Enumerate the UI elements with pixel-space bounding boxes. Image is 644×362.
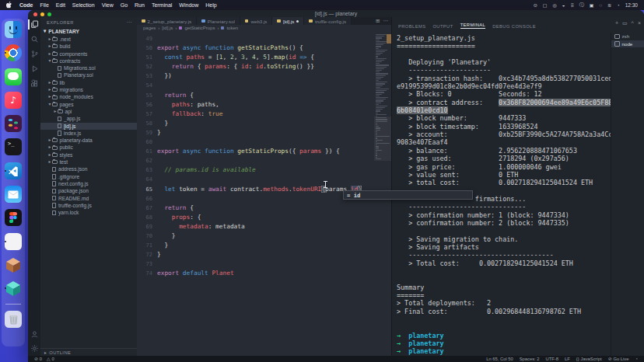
account-icon[interactable] — [28, 329, 40, 339]
tree-item-next.config.js[interactable]: next.config.js — [40, 180, 137, 187]
tree-item-.next[interactable]: ▸.next — [40, 36, 137, 43]
status-right-item-JavaScript[interactable]: {}JavaScript — [576, 357, 602, 361]
tree-item-planetary-data[interactable]: ▸planetary-data — [40, 137, 137, 144]
tree-item-package.json[interactable]: package.json — [40, 187, 137, 194]
tree-item-node_modules[interactable]: ▸node_modules — [40, 93, 137, 100]
activity-run-debug-icon[interactable] — [28, 64, 40, 74]
apple-menu-icon[interactable] — [6, 2, 12, 9]
tab-[id].js[interactable]: [id].js — [272, 17, 304, 25]
panel-tab-terminal[interactable]: TERMINAL — [460, 23, 486, 30]
titlebar[interactable]: [id].js — planetary — [28, 10, 644, 17]
menu-status-icon-8[interactable]: ≋ — [607, 2, 611, 8]
panel-tab-output[interactable]: OUTPUT — [432, 24, 453, 29]
activity-explorer-icon[interactable] — [28, 19, 40, 30]
figma-dock-icon[interactable] — [5, 209, 22, 226]
status-right-item-LF[interactable]: LF — [565, 357, 570, 361]
terminal-dock-icon[interactable]: >_ — [5, 138, 22, 155]
music-dock-icon[interactable]: ♪ — [5, 92, 22, 109]
session-item-zsh[interactable]: zsh — [611, 33, 644, 40]
panel-action-icon-0[interactable]: + — [615, 20, 618, 26]
panel-tab-problems[interactable]: PROBLEMS — [398, 24, 425, 29]
explorer-root-folder[interactable]: ▾ PLANETARY — [40, 27, 137, 36]
menu-item-help[interactable]: Help — [205, 2, 216, 8]
menu-status-icon-9[interactable]: ◔ — [617, 3, 620, 8]
menu-item-run[interactable]: Run — [135, 2, 145, 8]
messages-dock-icon[interactable] — [5, 68, 22, 85]
tab-2_setup_planetary.js[interactable]: 2_setup_planetary.js — [137, 17, 197, 25]
tree-item-lib[interactable]: ▸lib — [40, 79, 137, 86]
tree-item-truffle-config.js[interactable]: truffle-config.js — [40, 202, 137, 209]
panel-action-icon-1[interactable]: ▭ — [622, 20, 628, 26]
tab-Planetary.sol[interactable]: Planetary.sol — [197, 17, 240, 25]
tree-item-.gitignore[interactable]: .gitignore — [40, 173, 137, 180]
menu-item-edit[interactable]: Edit — [56, 2, 65, 8]
session-item-node[interactable]: node — [611, 40, 644, 48]
breadcrumb-item-token[interactable]: token — [226, 26, 238, 30]
menu-status-icon-3[interactable]: ◒ — [562, 3, 565, 8]
menu-status-icon-1[interactable]: ▢ — [543, 2, 548, 8]
outline-section[interactable]: ▸ OUTLINE — [40, 348, 137, 356]
status-left-item-0[interactable]: ⊘0 — [34, 357, 42, 361]
menu-status-icon-6[interactable]: ▣ — [590, 2, 594, 8]
status-right-item-Ln 65, Col 50[interactable]: Ln 65, Col 50 — [486, 357, 513, 361]
split-editor-icon[interactable]: ⊞ — [376, 18, 380, 24]
menu-item-view[interactable]: View — [102, 2, 114, 8]
activity-search-icon[interactable] — [28, 34, 40, 44]
tree-item-pages[interactable]: ▾pages — [40, 101, 137, 108]
tree-item-Planetary.sol[interactable]: Planetary.sol — [40, 71, 137, 78]
trash-dock-icon[interactable] — [5, 311, 22, 328]
panel-action-icon-2[interactable]: ^ — [632, 20, 634, 26]
tree-item-api[interactable]: ▸api — [40, 108, 137, 115]
menu-item-file[interactable]: File — [40, 2, 49, 8]
breadcrumb-item-[id].js[interactable]: [id].js — [162, 26, 173, 30]
menu-item-selection[interactable]: Selection — [72, 2, 95, 8]
menu-item-terminal[interactable]: Terminal — [152, 2, 172, 8]
ganache-dock-icon[interactable] — [5, 256, 22, 273]
status-right-item-icon-6[interactable]: ◔ — [635, 357, 638, 361]
tree-item-build[interactable]: ▸build — [40, 43, 137, 50]
tab-web3.js[interactable]: web3.js — [240, 17, 272, 25]
tree-item-styles[interactable]: ▸styles — [40, 151, 137, 158]
tree-item-[id].js[interactable]: [id].js — [40, 123, 137, 130]
photo-app-dock-icon[interactable] — [5, 233, 22, 250]
breadcrumb-item-getStaticProps[interactable]: getStaticProps — [184, 26, 215, 30]
code-editor[interactable]: 4950export async function getStaticPaths… — [137, 30, 374, 356]
menu-status-icon-7[interactable]: ◌ — [599, 3, 602, 8]
breadcrumb-item-pages[interactable]: pages — [143, 26, 156, 30]
status-left-item-1[interactable]: △0 — [47, 357, 54, 361]
tree-item-_app.js[interactable]: _app.js — [40, 115, 137, 122]
panel-action-icon-3[interactable]: × — [638, 20, 641, 26]
activity-source-control-icon[interactable] — [28, 49, 40, 59]
tab-truffle-config.js[interactable]: truffle-config.js — [304, 17, 352, 25]
vscode-dock-icon[interactable] — [5, 162, 22, 179]
menu-item-go[interactable]: Go — [121, 2, 128, 8]
chrome-dock-icon[interactable] — [5, 44, 22, 61]
finder-dock-icon[interactable] — [5, 21, 22, 38]
panel-tab-debug-console[interactable]: DEBUG CONSOLE — [492, 24, 536, 29]
tree-item-migrations[interactable]: ▸migrations — [40, 86, 137, 93]
tree-item-index.js[interactable]: index.js — [40, 130, 137, 137]
menu-status-icon-4[interactable]: ⠿ — [570, 2, 573, 8]
status-right-item-Go Live[interactable]: ⊘Go Live — [608, 357, 629, 361]
mail-dock-icon[interactable] — [5, 186, 22, 203]
menu-status-icon-5[interactable]: ⓘ — [579, 2, 584, 9]
more-actions-icon[interactable]: ⋯ — [383, 18, 389, 24]
menu-status-icon-0[interactable]: ⊙ — [534, 2, 537, 8]
slack-dock-icon[interactable] — [5, 115, 22, 132]
tree-item-README.md[interactable]: README.md — [40, 195, 137, 202]
menu-status-icon-2[interactable]: ◎ — [553, 2, 557, 8]
menu-clock[interactable]: 12:30 — [625, 2, 638, 8]
menu-item-window[interactable]: Window — [179, 2, 198, 8]
tree-item-contracts[interactable]: ▾contracts — [40, 57, 137, 64]
tree-item-public[interactable]: ▸public — [40, 144, 137, 151]
tree-item-yarn.lock[interactable]: yarn.lock — [40, 209, 137, 216]
tree-item-address.json[interactable]: address.json — [40, 165, 137, 172]
explorer-more-actions-icon[interactable]: ⋯ — [127, 19, 132, 26]
status-right-item-Spaces: 2[interactable]: Spaces: 2 — [520, 357, 540, 361]
tree-item-test[interactable]: ▸test — [40, 158, 137, 165]
status-right-item-UTF-8[interactable]: UTF-8 — [546, 357, 558, 361]
settings-gear-icon[interactable] — [28, 343, 40, 353]
activity-extensions-icon[interactable] — [28, 78, 40, 89]
tree-item-components[interactable]: ▸components — [40, 50, 137, 57]
menu-item-code[interactable]: Code — [19, 2, 33, 8]
